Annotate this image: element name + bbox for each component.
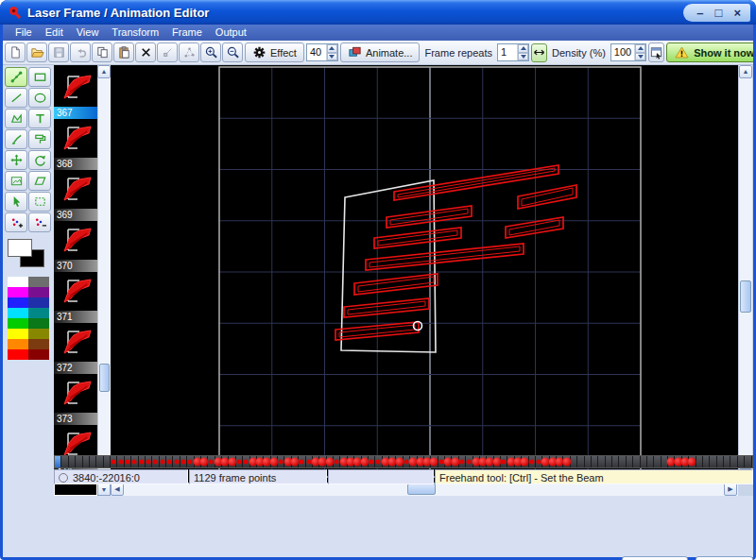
spin-up-icon[interactable] [327, 44, 337, 53]
frame-thumbnail[interactable] [55, 120, 96, 158]
timeline-cell-84[interactable] [641, 456, 647, 467]
palette-color-00e0ff[interactable] [8, 308, 28, 318]
open-button[interactable] [26, 42, 47, 62]
rectangle-tool[interactable] [28, 67, 51, 87]
frame-thumbnail[interactable] [55, 324, 96, 362]
timeline-cell-4[interactable] [83, 456, 90, 467]
timeline-cell-94[interactable] [710, 456, 716, 467]
timeline-cell-34[interactable] [292, 456, 299, 467]
menu-item-file[interactable]: File [9, 25, 39, 41]
animate-button[interactable]: Animate... [340, 42, 421, 62]
palette-color-888800[interactable] [28, 329, 49, 339]
palette-color-2020ff[interactable] [8, 297, 28, 308]
palette-color-ff8800[interactable] [8, 339, 28, 349]
drawing-canvas[interactable] [111, 65, 738, 483]
frame-thumbnail[interactable] [55, 222, 96, 260]
timeline-cell-26[interactable] [236, 456, 243, 467]
frame-thumbnail[interactable] [55, 171, 96, 209]
timeline-cell-54[interactable] [431, 456, 438, 467]
palette-color-202eaa[interactable] [28, 297, 49, 308]
undo-button[interactable] [70, 42, 91, 62]
spin-up-icon[interactable] [635, 44, 645, 53]
frame-list-scrollbar[interactable]: ▲ ▼ [97, 65, 111, 483]
marquee-tool[interactable] [28, 192, 51, 212]
timeline-cell-16[interactable] [166, 456, 173, 467]
palette-color-ff0000[interactable] [8, 349, 28, 360]
palette-color-7c3a10[interactable] [28, 339, 49, 349]
spin-down-icon[interactable] [635, 53, 645, 61]
title-bar[interactable]: Laser Frame / Animation Editor – □ × [0, 0, 756, 25]
frame-item-370[interactable]: 370 [54, 222, 97, 272]
maximize-button[interactable]: □ [715, 5, 723, 21]
spin-down-icon[interactable] [518, 53, 528, 61]
timeline-cell-83[interactable] [633, 456, 640, 467]
canvas-vertical-scrollbar[interactable]: ▲ ▼ [738, 65, 752, 483]
rotate-tool[interactable] [28, 150, 51, 170]
timeline-cell-75[interactable] [577, 456, 584, 467]
timeline-cell-81[interactable] [619, 456, 626, 467]
timeline-cell-5[interactable] [90, 456, 96, 467]
timeline-cell-82[interactable] [627, 456, 633, 467]
frame-repeats-spinner[interactable]: 1 [497, 43, 529, 61]
frame-item-367[interactable]: 367 [54, 69, 97, 119]
timeline-cell-25[interactable] [229, 456, 235, 467]
timeline-cell-78[interactable] [598, 456, 605, 467]
timeline-cell-85[interactable] [647, 456, 654, 467]
timeline-cell-97[interactable] [730, 456, 737, 467]
timeline-cell-17[interactable] [173, 456, 180, 467]
timeline-cell-11[interactable] [131, 456, 138, 467]
timeline-cell-49[interactable] [396, 456, 403, 467]
new-button[interactable] [5, 42, 26, 62]
timeline-cell-79[interactable] [606, 456, 612, 467]
select-tool[interactable] [5, 192, 27, 212]
effect-value-spinner[interactable]: 40 [306, 43, 338, 61]
timeline-cell-77[interactable] [592, 456, 598, 467]
timeline-cell-93[interactable] [703, 456, 710, 467]
text-tool[interactable] [28, 109, 51, 128]
palette-color-00cc00[interactable] [8, 318, 28, 329]
timeline-cell-35[interactable] [299, 456, 305, 467]
timeline-cell-57[interactable] [452, 456, 458, 467]
polygon-tool[interactable] [5, 109, 27, 128]
show-it-now-button[interactable]: Show it now [666, 42, 753, 62]
timeline-cell-18[interactable] [180, 456, 187, 467]
timeline-cell-31[interactable] [271, 456, 278, 467]
timeline-cell-92[interactable] [696, 456, 703, 467]
timeline-cell-2[interactable] [69, 456, 76, 467]
menu-item-view[interactable]: View [70, 25, 106, 41]
line-tool[interactable] [5, 88, 27, 108]
palette-color-ffffff[interactable] [8, 277, 28, 287]
bitmap-tool[interactable] [5, 171, 27, 191]
timeline-cell-14[interactable] [152, 456, 159, 467]
scrollbar-thumb[interactable] [99, 364, 110, 392]
add-points-tool[interactable] [5, 212, 27, 232]
remove-points-tool[interactable] [28, 212, 51, 232]
palette-color-ff00ff[interactable] [8, 287, 28, 297]
timeline-cell-1[interactable] [61, 456, 68, 467]
copy-button[interactable] [92, 42, 112, 62]
frame-item-373[interactable]: 373 [54, 375, 97, 425]
timeline-cell-96[interactable] [724, 456, 730, 467]
timeline-cell-44[interactable] [362, 456, 369, 467]
timeline-cell-7[interactable] [104, 456, 111, 467]
timeline-cell-73[interactable] [563, 456, 570, 467]
frame-thumbnail[interactable] [55, 69, 96, 107]
timeline-cell-3[interactable] [76, 456, 82, 467]
move-tool[interactable] [5, 150, 27, 170]
spin-down-icon[interactable] [327, 53, 337, 61]
frame-thumbnail[interactable] [55, 375, 96, 413]
save-button[interactable] [48, 42, 69, 62]
timeline-cell-12[interactable] [139, 456, 146, 467]
skew-tool[interactable] [28, 171, 51, 191]
palette-color-7a1090[interactable] [28, 287, 49, 297]
close-button[interactable]: × [733, 5, 741, 21]
timeline-cell-67[interactable] [522, 456, 528, 467]
properties-button[interactable] [648, 42, 664, 62]
frame-thumbnail[interactable] [55, 273, 96, 311]
menu-item-edit[interactable]: Edit [39, 25, 70, 41]
delete-button[interactable] [135, 42, 156, 62]
spin-up-icon[interactable] [518, 44, 528, 53]
foreground-color-swatch[interactable] [8, 239, 32, 257]
timeline-cell-39[interactable] [327, 456, 334, 467]
palette-color-008888[interactable] [28, 308, 49, 318]
